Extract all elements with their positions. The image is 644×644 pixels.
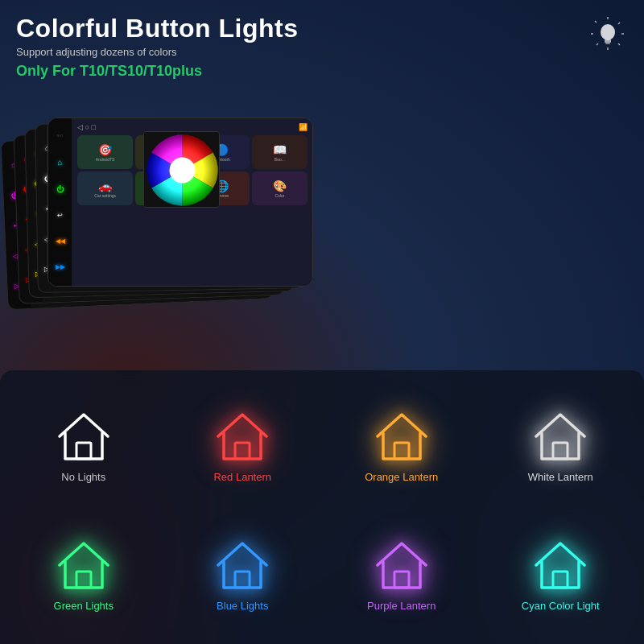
lantern-item-white-lantern[interactable]: White Lantern xyxy=(485,386,637,507)
lantern-section: No Lights Red Lantern Orange Lantern xyxy=(0,370,644,644)
svg-rect-17 xyxy=(394,443,409,459)
lantern-item-orange-lantern[interactable]: Orange Lantern xyxy=(326,386,477,507)
svg-point-14 xyxy=(170,158,196,184)
lantern-label-red-lantern: Red Lantern xyxy=(213,471,271,483)
svg-line-10 xyxy=(597,43,598,45)
lantern-label-no-lights: No Lights xyxy=(61,471,105,483)
house-icon-white-lantern xyxy=(532,411,588,463)
lantern-item-green-lights[interactable]: Green Lights xyxy=(8,515,159,636)
house-icon-green-lights xyxy=(56,539,112,592)
color-wheel xyxy=(144,132,220,208)
svg-line-8 xyxy=(618,43,620,45)
page-subtitle: Support adjusting dozens of colors xyxy=(16,46,298,58)
lantern-label-white-lantern: White Lantern xyxy=(528,471,593,483)
svg-rect-18 xyxy=(553,443,568,459)
house-icon-purple-lantern xyxy=(374,539,430,592)
lantern-grid: No Lights Red Lantern Orange Lantern xyxy=(8,386,636,636)
page-title: Colorful Button Lights xyxy=(16,14,298,43)
house-icon-cyan-color-light xyxy=(532,539,588,592)
svg-rect-15 xyxy=(76,443,91,459)
svg-point-0 xyxy=(601,24,615,40)
main-tablet: RST ⌂ ⏻ ↩ ◀◀ ▶▶ ◁ ○ □ 📶 🎯 An xyxy=(47,118,313,287)
svg-rect-1 xyxy=(605,39,611,43)
svg-rect-16 xyxy=(235,443,250,459)
svg-rect-21 xyxy=(394,572,409,588)
bulb-icon xyxy=(588,14,628,55)
svg-rect-19 xyxy=(76,572,91,588)
house-icon-no-lights xyxy=(56,411,112,463)
lantern-label-green-lights: Green Lights xyxy=(54,600,114,612)
house-icon-orange-lantern xyxy=(374,411,430,463)
header: Colorful Button Lights Support adjusting… xyxy=(16,14,628,80)
lantern-item-blue-lights[interactable]: Blue Lights xyxy=(167,515,319,636)
lantern-label-blue-lights: Blue Lights xyxy=(217,600,268,612)
lantern-label-cyan-color-light: Cyan Color Light xyxy=(522,600,600,612)
model-label: Only For T10/TS10/T10plus xyxy=(16,63,298,80)
svg-rect-20 xyxy=(235,572,250,588)
house-icon-blue-lights xyxy=(214,539,270,592)
lantern-item-no-lights[interactable]: No Lights xyxy=(8,386,159,507)
svg-line-7 xyxy=(595,21,597,23)
lantern-item-red-lantern[interactable]: Red Lantern xyxy=(167,386,319,507)
svg-line-9 xyxy=(618,23,620,24)
svg-rect-2 xyxy=(605,43,610,44)
lantern-label-orange-lantern: Orange Lantern xyxy=(365,471,438,483)
lantern-item-cyan-color-light[interactable]: Cyan Color Light xyxy=(485,515,637,636)
house-icon-red-lantern xyxy=(214,411,270,463)
lantern-item-purple-lantern[interactable]: Purple Lantern xyxy=(326,515,477,636)
svg-rect-22 xyxy=(553,572,568,588)
lantern-label-purple-lantern: Purple Lantern xyxy=(367,600,436,612)
